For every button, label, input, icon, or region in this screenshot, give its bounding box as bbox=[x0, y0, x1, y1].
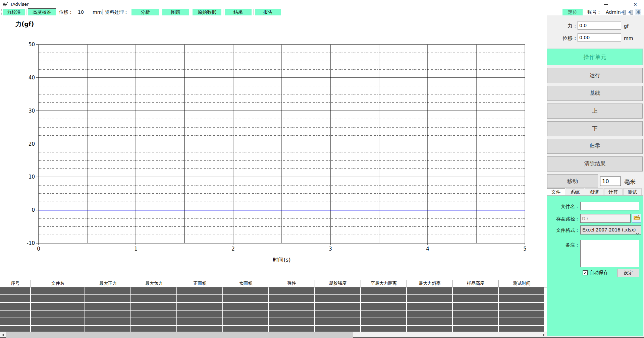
account-value: Admin bbox=[606, 9, 621, 15]
header-cell-gel-strength[interactable]: 凝胶强度 bbox=[315, 280, 361, 287]
displacement-label: 位移： bbox=[59, 9, 73, 15]
force-readout-unit: gf bbox=[624, 23, 629, 29]
table-cell bbox=[85, 326, 131, 332]
logout-icon[interactable] bbox=[628, 9, 634, 15]
table-row[interactable] bbox=[0, 287, 547, 295]
minimize-button[interactable] bbox=[598, 0, 613, 9]
header-cell-max-negative-force[interactable]: 最大负力 bbox=[131, 280, 177, 287]
table-cell bbox=[407, 326, 453, 332]
tab-calculation[interactable]: 计算 bbox=[604, 188, 623, 195]
displacement-readout-unit: mm bbox=[624, 36, 633, 41]
header-cell-distance-to-max[interactable]: 至最大力距离 bbox=[361, 280, 407, 287]
header-cell-sample-height[interactable]: 样品高度 bbox=[453, 280, 499, 287]
header-cell-max-positive-force[interactable]: 最大正力 bbox=[85, 280, 131, 287]
height-calibration-button[interactable]: 高度校准 bbox=[28, 9, 56, 15]
set-button[interactable]: 设定 bbox=[617, 269, 639, 277]
table-cell bbox=[31, 318, 85, 326]
header-cell-test-time[interactable]: 测试时间 bbox=[499, 280, 545, 287]
table-cell bbox=[499, 303, 545, 311]
displacement-input[interactable] bbox=[78, 9, 90, 15]
table-cell bbox=[0, 295, 31, 303]
tab-test[interactable]: 测试 bbox=[623, 188, 642, 195]
remark-textarea[interactable] bbox=[580, 240, 639, 267]
table-cell bbox=[223, 318, 269, 326]
spectrum-button[interactable]: 图谱 bbox=[162, 9, 189, 15]
login-icon[interactable] bbox=[620, 9, 627, 15]
header-cell-negative-area[interactable]: 负面积 bbox=[223, 280, 269, 287]
raw-data-button[interactable]: 原始数据 bbox=[193, 9, 221, 15]
move-distance-input[interactable] bbox=[600, 177, 621, 186]
analysis-button[interactable]: 分析 bbox=[131, 9, 159, 15]
header-cell-filename[interactable]: 文件名 bbox=[31, 280, 85, 287]
separator bbox=[223, 9, 223, 15]
table-row[interactable] bbox=[0, 318, 547, 326]
report-button[interactable]: 报告 bbox=[255, 9, 281, 15]
scroll-right-button[interactable] bbox=[541, 332, 547, 338]
horizontal-scrollbar[interactable] bbox=[0, 332, 547, 337]
header-cell-positive-area[interactable]: 正面积 bbox=[177, 280, 223, 287]
table-cell bbox=[361, 311, 407, 318]
filename-input[interactable] bbox=[580, 202, 639, 210]
table-row[interactable] bbox=[0, 326, 547, 332]
table-cell bbox=[315, 287, 361, 295]
table-row[interactable] bbox=[0, 303, 547, 311]
table-cell bbox=[453, 326, 499, 332]
table-row[interactable] bbox=[0, 295, 547, 303]
down-button[interactable]: 下 bbox=[547, 121, 643, 136]
operation-unit-button[interactable]: 操作单元 bbox=[547, 49, 643, 65]
table-cell bbox=[31, 326, 85, 332]
table-cell bbox=[177, 311, 223, 318]
browse-folder-button[interactable] bbox=[632, 214, 641, 223]
restore-button[interactable] bbox=[613, 0, 628, 9]
table-cell bbox=[315, 318, 361, 326]
displacement-readout-input[interactable] bbox=[578, 33, 621, 42]
table-cell bbox=[407, 295, 453, 303]
tab-file[interactable]: 文件 bbox=[547, 188, 565, 195]
header-cell-max-force-slope[interactable]: 最大力斜率 bbox=[407, 280, 453, 287]
table-row[interactable] bbox=[0, 311, 547, 318]
baseline-button[interactable]: 基线 bbox=[547, 86, 643, 101]
scroll-left-button[interactable] bbox=[0, 332, 6, 338]
displacement-unit: mm bbox=[93, 9, 102, 15]
svg-text:1: 1 bbox=[134, 246, 138, 252]
run-button[interactable]: 运行 bbox=[547, 68, 643, 83]
table-cell bbox=[499, 287, 545, 295]
svg-text:时间(s): 时间(s) bbox=[273, 257, 291, 263]
svg-text:10: 10 bbox=[29, 174, 35, 180]
move-button[interactable]: 移动 bbox=[547, 174, 598, 188]
table-cell bbox=[453, 311, 499, 318]
results-button[interactable]: 结果 bbox=[225, 9, 252, 15]
clear-results-button[interactable]: 清除结果 bbox=[547, 156, 643, 172]
force-readout-input[interactable] bbox=[578, 21, 621, 30]
table-cell bbox=[453, 287, 499, 295]
file-format-select[interactable]: Excel 2007-2016 (.xlsx) bbox=[580, 225, 641, 234]
autosave-checkbox[interactable]: ✓ bbox=[583, 270, 588, 275]
scrollbar-thumb[interactable] bbox=[6, 332, 353, 338]
force-calibration-button[interactable]: 力校准 bbox=[3, 9, 25, 15]
zero-button[interactable]: 归零 bbox=[547, 139, 643, 154]
tab-system[interactable]: 系统 bbox=[566, 188, 584, 195]
table-cell bbox=[499, 311, 545, 318]
up-button[interactable]: 上 bbox=[547, 104, 643, 119]
separator bbox=[161, 9, 161, 15]
svg-text:30: 30 bbox=[29, 108, 35, 114]
table-cell bbox=[177, 295, 223, 303]
table-cell bbox=[223, 326, 269, 332]
table-body bbox=[0, 287, 547, 332]
settings-gear-icon[interactable] bbox=[635, 9, 641, 15]
header-cell-index[interactable]: 序号 bbox=[0, 280, 31, 287]
close-button[interactable]: ✕ bbox=[628, 0, 643, 9]
positioning-button[interactable]: 定位 bbox=[562, 9, 583, 15]
table-cell bbox=[177, 303, 223, 311]
header-cell-elasticity[interactable]: 弹性 bbox=[269, 280, 315, 287]
svg-text:4: 4 bbox=[426, 246, 429, 252]
table-cell bbox=[85, 311, 131, 318]
toolbar-grip[interactable] bbox=[1, 9, 2, 15]
separator bbox=[102, 9, 103, 15]
svg-text:2: 2 bbox=[231, 246, 235, 252]
minimize-icon bbox=[604, 4, 608, 5]
table-cell bbox=[269, 326, 315, 332]
tab-spectrum[interactable]: 图谱 bbox=[585, 188, 603, 195]
svg-text:力(gf): 力(gf) bbox=[15, 20, 34, 27]
save-path-input[interactable] bbox=[580, 214, 631, 223]
